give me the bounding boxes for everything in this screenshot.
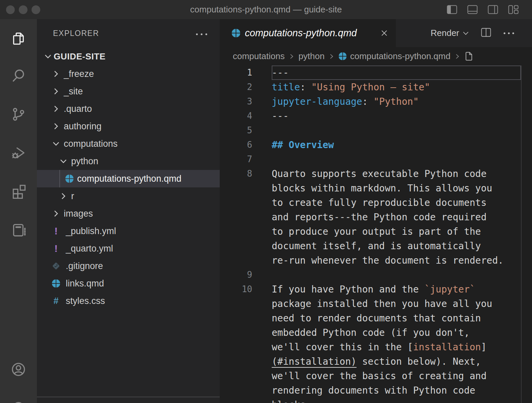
- tree-item--gitignore[interactable]: .gitignore: [37, 257, 220, 275]
- tree-root-guide-site[interactable]: GUIDE-SITE: [37, 48, 220, 65]
- line-content: ## Overview: [272, 138, 521, 152]
- run-debug-icon[interactable]: [11, 145, 26, 161]
- line-number: 8: [220, 167, 252, 181]
- chevron-down-icon: [463, 31, 469, 35]
- file-icon: [464, 51, 473, 61]
- line-number: [220, 354, 252, 369]
- tree-item-label: _publish.yml: [66, 226, 116, 236]
- line-content: need to render documents that contain: [272, 311, 521, 325]
- line-content: rendering documents with Python code: [272, 383, 521, 398]
- chevron-right-icon: [52, 209, 60, 218]
- tree-item-computations-python-qmd[interactable]: computations-python.qmd: [37, 170, 220, 187]
- tree-item-images[interactable]: images: [37, 205, 220, 222]
- layout-panel-icon[interactable]: [467, 5, 478, 14]
- render-label: Render: [431, 28, 459, 38]
- code-line: rendering documents with Python code: [220, 383, 532, 398]
- code-line: 6## Overview: [220, 138, 532, 152]
- tree-item-computations[interactable]: computations: [37, 135, 220, 152]
- code-line: package installed then you have all you: [220, 297, 532, 311]
- code-line: we'll cover this in the [installation]: [220, 340, 532, 354]
- notebook-icon[interactable]: [11, 222, 26, 238]
- breadcrumb-separator-icon: [289, 53, 294, 59]
- breadcrumb-item-symbol[interactable]: [464, 51, 473, 61]
- code-line: 5: [220, 123, 532, 138]
- settings-gear-icon[interactable]: [11, 400, 26, 403]
- chevron-right-icon: [59, 192, 68, 200]
- line-number: 9: [220, 268, 252, 282]
- breadcrumb-item-python[interactable]: python: [299, 51, 325, 61]
- explorer-more-actions-icon[interactable]: [195, 31, 208, 37]
- line-number: [220, 181, 252, 195]
- code-line: 1---: [220, 65, 532, 80]
- code-line: 3jupyter-language: "Python": [220, 94, 532, 109]
- tree-item--publish-yml[interactable]: !_publish.yml: [37, 222, 220, 240]
- breadcrumb-item-computations[interactable]: computations: [233, 51, 285, 61]
- quarto-file-icon: [65, 174, 74, 183]
- source-control-icon[interactable]: [11, 106, 26, 122]
- line-content: we'll cover the basics of creating and: [272, 369, 521, 383]
- explorer-icon[interactable]: [11, 31, 26, 46]
- vscode-window: computations-python.qmd — guide-site: [0, 0, 532, 403]
- line-content: to produce your output is part of the: [272, 224, 521, 239]
- split-editor-icon[interactable]: [481, 28, 491, 38]
- tree-item-label: images: [64, 209, 93, 219]
- accounts-icon[interactable]: [11, 362, 26, 377]
- breadcrumb-item-computations-python-qmd[interactable]: computations-python.qmd: [338, 51, 450, 61]
- editor-content[interactable]: 1---2title: "Using Python — site"3jupyte…: [220, 65, 532, 403]
- more-actions-icon[interactable]: [503, 30, 515, 36]
- tree-item-links-qmd[interactable]: links.qmd: [37, 275, 220, 292]
- line-content: title: "Using Python — site": [272, 80, 521, 94]
- line-number: [220, 253, 252, 268]
- line-number: [220, 369, 252, 383]
- line-number: [220, 325, 252, 340]
- code-line: to produce your output is part of the: [220, 224, 532, 239]
- line-content: to create fully reproducible documents: [272, 195, 521, 210]
- chevron-down-icon: [52, 139, 60, 148]
- tree-item-label: links.qmd: [66, 278, 104, 289]
- line-content: Quarto supports executable Python code: [272, 167, 521, 181]
- line-number: 1: [220, 65, 252, 80]
- tree-item--quarto-yml[interactable]: !_quarto.yml: [37, 240, 220, 257]
- tree-item-label: _quarto.yml: [66, 243, 113, 254]
- line-content: re-run whenever the document is rendered…: [272, 253, 521, 268]
- breadcrumb-separator-icon: [455, 53, 460, 59]
- chevron-right-icon: [52, 87, 60, 96]
- line-number: 3: [220, 94, 252, 109]
- tree-item--freeze[interactable]: _freeze: [37, 65, 220, 83]
- explorer-title: EXPLORER: [53, 29, 99, 38]
- code-line: 2title: "Using Python — site": [220, 80, 532, 94]
- tree-item-label: _freeze: [64, 69, 94, 79]
- line-content: we'll cover this in the [installation]: [272, 340, 521, 354]
- tree-item-authoring[interactable]: authoring: [37, 118, 220, 135]
- tree-item-r[interactable]: r: [37, 187, 220, 205]
- code-line: 8Quarto supports executable Python code: [220, 167, 532, 181]
- close-tab-icon[interactable]: [380, 29, 388, 38]
- quarto-file-icon: [52, 279, 60, 288]
- tree-item-python[interactable]: python: [37, 152, 220, 170]
- tab-computations-python-qmd[interactable]: computations-python.qmd: [220, 19, 396, 47]
- quarto-file-icon: [231, 29, 241, 38]
- tree-item--site[interactable]: _site: [37, 83, 220, 100]
- layout-sidebar-right-icon[interactable]: [488, 5, 498, 14]
- extensions-icon[interactable]: [11, 184, 26, 199]
- css-file-icon: #: [52, 297, 60, 305]
- outline-header[interactable]: OUTLINE: [37, 397, 220, 403]
- tree-item--quarto[interactable]: .quarto: [37, 100, 220, 118]
- editor-actions: Render: [431, 19, 532, 47]
- code-line: 7: [220, 152, 532, 167]
- layout-sidebar-left-icon[interactable]: [447, 5, 457, 14]
- line-number: [220, 398, 252, 403]
- chevron-right-icon: [52, 104, 60, 113]
- search-icon[interactable]: [11, 68, 26, 83]
- line-number: [220, 340, 252, 354]
- line-content: blocks within markdown. This allows you: [272, 181, 521, 195]
- breadcrumb-separator-icon: [329, 53, 334, 59]
- breadcrumb-label: python: [299, 51, 325, 61]
- render-button[interactable]: Render: [431, 28, 469, 38]
- layout-customize-icon[interactable]: [508, 5, 519, 14]
- code-line: 9: [220, 268, 532, 282]
- line-content: and reports---the Python code required: [272, 210, 521, 224]
- yaml-file-icon: !: [52, 244, 60, 253]
- line-number: 7: [220, 152, 252, 167]
- tree-item-styles-css[interactable]: #styles.css: [37, 292, 220, 310]
